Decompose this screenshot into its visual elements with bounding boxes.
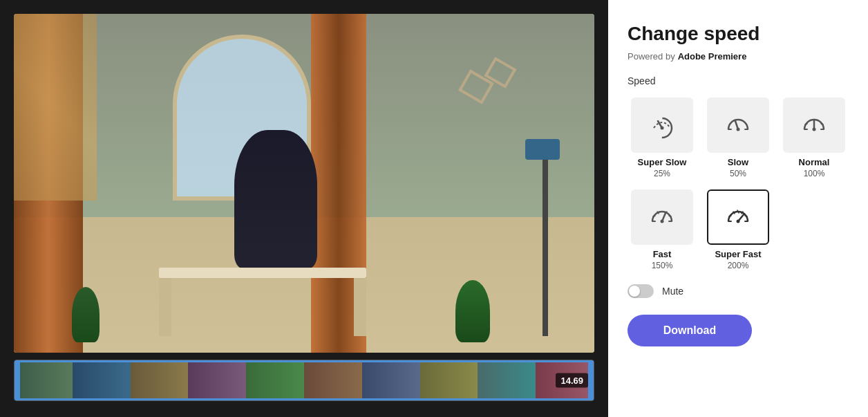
svg-point-1 [661,126,664,129]
super-fast-pct: 200% [728,261,749,270]
powered-by-brand: Adobe Premiere [678,51,747,62]
slow-name: Slow [728,157,748,167]
slow-pct: 50% [730,169,746,178]
timeline-handle-right[interactable] [588,360,594,400]
speed-icon-box-super-slow[interactable] [631,98,693,153]
normal-icon [798,109,831,142]
powered-by: Powered by Adobe Premiere [628,51,849,62]
fast-icon [645,201,679,234]
svg-point-3 [813,127,816,131]
video-scene [14,14,594,353]
super-slow-name: Super Slow [638,157,687,167]
mute-toggle[interactable] [628,284,654,298]
mute-row: Mute [628,284,849,298]
speed-icon-box-fast[interactable] [631,189,693,245]
speed-option-empty [780,189,849,270]
speed-icon-box-super-fast[interactable] [707,189,769,245]
left-panel: 14.69 [0,0,608,417]
speed-option-normal[interactable]: Normal 100% [780,98,849,178]
right-panel: Change speed Powered by Adobe Premiere S… [608,0,868,417]
lamp-pole [542,149,548,336]
download-section: Download [628,309,849,346]
svg-point-5 [737,219,740,223]
timeline-border-top [15,360,594,362]
speed-option-super-fast[interactable]: Super Fast 200% [704,189,773,270]
person-silhouette [234,130,317,268]
slow-icon [721,109,755,142]
normal-name: Normal [799,157,830,167]
speed-grid-row2: Fast 150% Super Fast 200 [628,189,849,270]
normal-pct: 100% [804,169,825,178]
timeline-duration-badge: 14.69 [556,373,588,388]
lamp-shade [525,139,560,160]
desk-leg-right [354,278,366,335]
powered-by-prefix: Powered by [628,51,675,62]
empty-slot [783,189,845,245]
speed-option-fast[interactable]: Fast 150% [628,189,697,270]
speed-option-slow[interactable]: Slow 50% [704,98,773,178]
speed-icon-box-slow[interactable] [707,98,769,153]
wallpaper [14,14,97,201]
desk-leg-left [159,278,171,335]
speed-grid-row1: Super Slow 25% Slow 50% [628,98,849,178]
speed-section-label: Speed [628,75,849,86]
toggle-knob [629,286,640,297]
svg-point-2 [737,127,740,131]
desk-surface [159,268,366,278]
timeline-handle-left[interactable] [15,360,20,400]
super-fast-icon [721,201,755,234]
timeline-inner [15,360,594,400]
speed-option-super-slow[interactable]: Super Slow 25% [628,98,697,178]
download-button[interactable]: Download [628,315,752,346]
fast-pct: 150% [652,261,673,270]
plant-right [455,280,490,342]
timeline-border-bottom [15,398,594,400]
speed-icon-box-normal[interactable] [783,98,845,153]
super-slow-pct: 25% [654,169,670,178]
plant-left [72,287,100,342]
svg-point-4 [661,219,664,223]
mute-label: Mute [662,286,683,297]
timeline-strip[interactable]: 14.69 [14,360,594,401]
super-fast-name: Super Fast [715,249,761,259]
video-preview [14,14,594,353]
fast-name: Fast [653,249,672,259]
super-slow-icon [645,109,679,142]
page-title: Change speed [628,22,849,46]
